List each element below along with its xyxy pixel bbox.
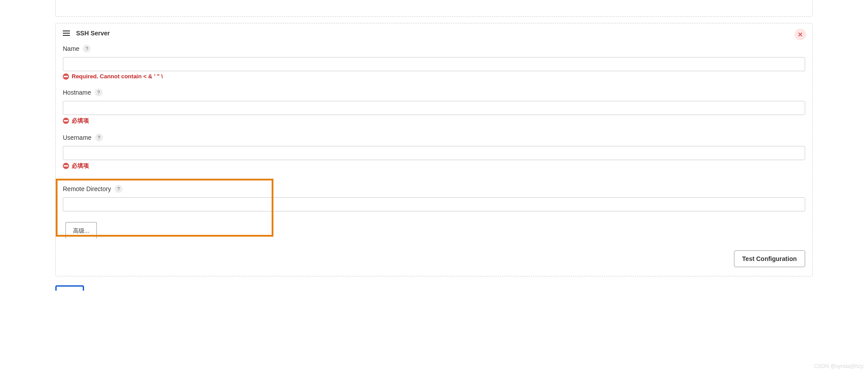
- help-icon[interactable]: ?: [83, 45, 91, 53]
- hostname-error-text: 必填项: [72, 117, 89, 125]
- previous-section-bottom: [55, 0, 813, 17]
- name-error: Required. Cannot contain < & ' " \: [63, 73, 805, 80]
- drag-handle-icon[interactable]: [63, 31, 70, 36]
- no-entry-icon: [63, 118, 69, 124]
- hostname-label: Hostname: [63, 89, 91, 96]
- advanced-button[interactable]: 高级...: [65, 222, 97, 238]
- no-entry-icon: [63, 73, 69, 80]
- hostname-field-group: Hostname ? 必填项: [63, 88, 805, 125]
- close-button[interactable]: ✕: [795, 29, 806, 40]
- username-input[interactable]: [63, 146, 805, 160]
- name-label: Name: [63, 45, 79, 52]
- help-icon[interactable]: ?: [115, 185, 123, 193]
- close-icon: ✕: [798, 31, 803, 38]
- username-field-group: Username ? 必填项: [63, 134, 805, 170]
- section-title: SSH Server: [76, 30, 110, 37]
- name-input[interactable]: [63, 57, 805, 71]
- username-error: 必填项: [63, 162, 805, 170]
- focused-button-partial[interactable]: [55, 285, 84, 291]
- remote-directory-label: Remote Directory: [63, 185, 111, 192]
- remote-directory-field-group: Remote Directory ?: [63, 179, 805, 211]
- section-header: SSH Server: [63, 30, 805, 37]
- ssh-server-section: SSH Server ✕ Name ? Required. Cannot con…: [55, 23, 813, 276]
- no-entry-icon: [63, 163, 69, 169]
- hostname-input[interactable]: [63, 101, 805, 115]
- help-icon[interactable]: ?: [95, 88, 103, 96]
- name-error-text: Required. Cannot contain < & ' " \: [72, 73, 163, 80]
- help-icon[interactable]: ?: [95, 134, 103, 142]
- username-error-text: 必填项: [72, 162, 89, 170]
- hostname-error: 必填项: [63, 117, 805, 125]
- name-field-group: Name ? Required. Cannot contain < & ' " …: [63, 45, 805, 80]
- test-configuration-button[interactable]: Test Configuration: [734, 250, 805, 267]
- remote-directory-input[interactable]: [63, 197, 805, 211]
- footer-row: Test Configuration: [63, 250, 805, 267]
- username-label: Username: [63, 134, 92, 141]
